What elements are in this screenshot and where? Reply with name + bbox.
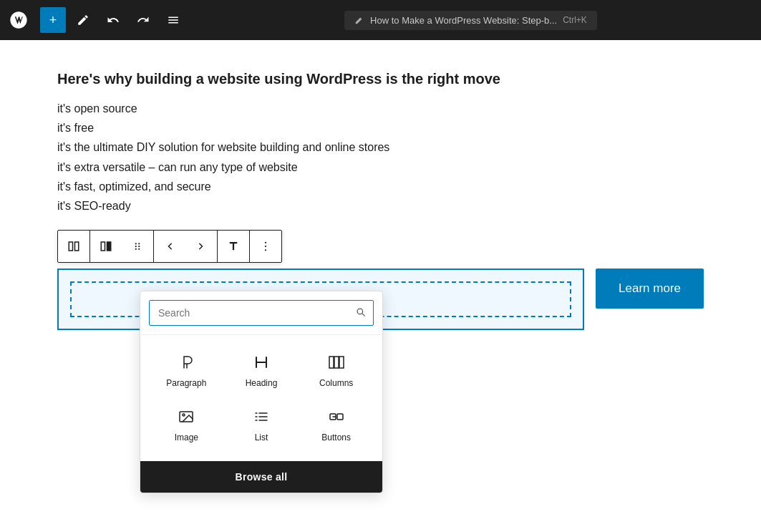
inserter-block-buttons[interactable]: Buttons bbox=[299, 401, 374, 450]
paragraph-label: Paragraph bbox=[166, 378, 206, 388]
inserter-block-image[interactable]: Image bbox=[149, 401, 224, 450]
toolbar-group-move bbox=[154, 231, 218, 262]
post-title-text: How to Make a WordPress Website: Step-b.… bbox=[370, 15, 557, 26]
inserter-block-grid: Paragraph Heading Columns bbox=[140, 335, 382, 461]
svg-point-5 bbox=[138, 243, 140, 244]
redo-button[interactable] bbox=[130, 7, 156, 33]
buttons-icon bbox=[328, 408, 345, 428]
block-toolbar bbox=[57, 230, 282, 263]
more-options-button[interactable] bbox=[250, 231, 281, 262]
inserter-block-list[interactable]: List bbox=[224, 401, 299, 450]
content-heading: Here's why building a website using Word… bbox=[57, 69, 704, 89]
wp-logo bbox=[6, 7, 31, 33]
svg-rect-1 bbox=[75, 242, 79, 251]
undo-button[interactable] bbox=[100, 7, 126, 33]
image-icon bbox=[178, 408, 195, 428]
document-overview-button[interactable] bbox=[160, 7, 186, 33]
paragraph-icon bbox=[178, 354, 195, 374]
list-item: it's SEO-ready bbox=[57, 196, 704, 216]
toolbar-group-more bbox=[250, 231, 281, 262]
list-item: it's open source bbox=[57, 99, 704, 118]
svg-rect-13 bbox=[329, 357, 334, 368]
svg-point-17 bbox=[183, 414, 185, 416]
svg-point-9 bbox=[138, 248, 140, 250]
post-title-search[interactable]: How to Make a WordPress Website: Step-b.… bbox=[344, 11, 597, 30]
list-label: List bbox=[255, 432, 268, 442]
image-label: Image bbox=[175, 432, 198, 442]
edit-button[interactable] bbox=[70, 7, 96, 33]
svg-rect-15 bbox=[339, 357, 344, 368]
inserter-search-area bbox=[140, 291, 382, 335]
svg-rect-25 bbox=[337, 414, 343, 420]
list-icon bbox=[253, 408, 270, 428]
main-area: Here's why building a website using Word… bbox=[0, 40, 761, 532]
heading-icon bbox=[253, 354, 270, 374]
content-list: it's open source it's free it's the ulti… bbox=[57, 99, 704, 216]
toolbar-group-view bbox=[58, 231, 90, 262]
text-button[interactable] bbox=[218, 231, 249, 262]
svg-point-7 bbox=[138, 246, 140, 247]
inserter-block-columns[interactable]: Columns bbox=[299, 347, 374, 395]
svg-rect-3 bbox=[107, 242, 111, 251]
add-block-button[interactable]: + bbox=[40, 7, 66, 33]
single-column-button[interactable] bbox=[90, 231, 122, 262]
col-right: Learn more bbox=[596, 269, 704, 330]
svg-point-4 bbox=[135, 243, 137, 244]
list-item: it's fast, optimized, and secure bbox=[57, 177, 704, 196]
svg-rect-0 bbox=[69, 242, 72, 251]
move-right-button[interactable] bbox=[185, 231, 217, 262]
svg-point-6 bbox=[135, 246, 137, 247]
list-item: it's the ultimate DIY solution for websi… bbox=[57, 137, 704, 157]
topbar: + How to Make a WordPress Website: Step-… bbox=[0, 0, 761, 40]
toolbar-group-column bbox=[90, 231, 154, 262]
search-row bbox=[149, 300, 374, 326]
browse-all-button[interactable]: Browse all bbox=[140, 461, 382, 493]
inserter-block-paragraph[interactable]: Paragraph bbox=[149, 347, 224, 395]
columns-icon bbox=[328, 354, 345, 374]
columns-view-button[interactable] bbox=[58, 231, 89, 262]
toolbar-group-text bbox=[218, 231, 250, 262]
svg-point-12 bbox=[265, 249, 266, 251]
learn-more-button[interactable]: Learn more bbox=[596, 269, 704, 309]
buttons-label: Buttons bbox=[321, 432, 351, 442]
svg-point-10 bbox=[265, 242, 266, 243]
move-left-button[interactable] bbox=[154, 231, 185, 262]
editor-area: Here's why building a website using Word… bbox=[0, 40, 761, 532]
heading-label: Heading bbox=[246, 378, 278, 388]
topbar-center: How to Make a WordPress Website: Step-b.… bbox=[190, 11, 751, 30]
inserter-block-heading[interactable]: Heading bbox=[224, 347, 299, 395]
svg-point-8 bbox=[135, 248, 137, 250]
search-submit-button[interactable] bbox=[348, 301, 373, 325]
svg-rect-2 bbox=[101, 242, 105, 251]
svg-point-11 bbox=[265, 246, 266, 247]
block-inserter-popup: Paragraph Heading Columns bbox=[140, 291, 383, 493]
list-item: it's extra versatile – can run any type … bbox=[57, 158, 704, 177]
drag-handle-button[interactable] bbox=[122, 231, 153, 262]
keyboard-shortcut: Ctrl+K bbox=[563, 15, 587, 25]
list-item: it's free bbox=[57, 118, 704, 137]
columns-label: Columns bbox=[319, 378, 353, 388]
search-input[interactable] bbox=[150, 301, 348, 325]
svg-rect-14 bbox=[334, 357, 339, 368]
